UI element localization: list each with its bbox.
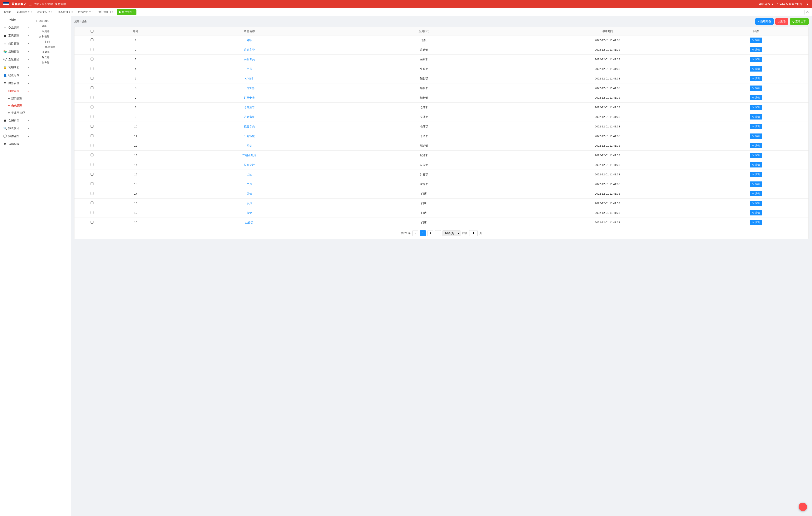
tab-dashboard[interactable]: 控制台 [2,9,14,15]
edit-button[interactable]: ✎ 编辑 [750,143,762,148]
row-role[interactable]: 出纳 [162,170,337,179]
row-checkbox[interactable] [91,163,93,166]
edit-button[interactable]: ✎ 编辑 [750,162,762,168]
sidebar-item-warehouse[interactable]: ◉ 仓储管理 › [0,116,32,124]
row-role[interactable]: 仓储主管 [162,102,337,112]
prev-page-button[interactable]: ‹ [412,230,418,236]
row-role[interactable]: 文员 [162,64,337,74]
edit-button[interactable]: ✎ 编辑 [750,47,762,52]
tab-discount[interactable]: 优惠折扣 ▼ × [56,9,75,15]
goto-page-input[interactable] [469,230,477,236]
hamburger-icon[interactable]: ☰ [29,2,32,6]
row-role[interactable]: 店长 [162,189,337,199]
sidebar-item-category[interactable]: ≡ 类目管理 › [0,40,32,48]
row-role[interactable]: 二批业务 [162,84,337,93]
row-role[interactable]: 收银 [162,208,337,218]
tree-node-sales[interactable]: ◎ 销售部 [38,34,68,39]
tab-dept[interactable]: 部门管理 ▼ × [96,9,116,15]
sidebar-item-report[interactable]: 🔍 报表统计 › [0,124,32,132]
edit-button[interactable]: ✎ 编辑 [750,210,762,215]
row-role[interactable]: 拣货专员 [162,122,337,131]
sidebar-item-monitor[interactable]: 💬 操作监控 › [0,132,32,140]
sidebar-item-org[interactable]: ☰ 组织管理 ∧ [0,87,32,95]
tab-settings-icon[interactable]: ⚙ [805,9,810,15]
sidebar-item-sub-account[interactable]: 子账号管理 [0,109,32,116]
sidebar-item-shop[interactable]: 🏪 店铺管理 › [0,48,32,56]
row-checkbox[interactable] [91,153,93,156]
row-checkbox[interactable] [91,173,93,176]
edit-button[interactable]: ✎ 编辑 [750,105,762,110]
row-checkbox[interactable] [91,77,93,80]
select-all-checkbox[interactable] [91,30,93,33]
row-checkbox[interactable] [91,125,93,128]
tree-node-ecommerce[interactable]: 电商运营 [41,44,68,50]
tab-seckill[interactable]: 秒杀活动 ▼ × [76,9,95,15]
row-checkbox[interactable] [91,38,93,41]
close-icon-3[interactable]: × [71,11,72,13]
page-size-select[interactable]: 20条/页 50条/页 100条/页 [442,230,460,236]
edit-button[interactable]: ✎ 编辑 [750,181,762,187]
row-role[interactable]: 文员 [162,179,337,189]
edit-button[interactable]: ✎ 编辑 [750,57,762,62]
account-info[interactable]: 13444555666:主账号 [777,2,803,6]
close-icon[interactable]: × [31,11,32,13]
edit-button[interactable]: ✎ 编辑 [750,66,762,71]
edit-button[interactable]: ✎ 编辑 [750,191,762,196]
row-role[interactable]: KA销售 [162,74,337,84]
edit-button[interactable]: ✎ 编辑 [750,114,762,120]
sidebar-item-trade[interactable]: ↔ 交易管理 › [0,24,32,32]
edit-button[interactable]: ✎ 编辑 [750,124,762,129]
row-checkbox[interactable] [91,96,93,99]
sidebar-item-community[interactable]: 💬 逛逛社区 › [0,56,32,63]
tree-node-finance[interactable]: 财务部 [38,60,68,65]
row-role[interactable]: 司机 [162,141,337,151]
row-role[interactable]: 采购专员 [162,55,337,64]
tab-publish[interactable]: 发布宝贝 ▼ × [35,9,55,15]
user-info[interactable]: 老板-老板 ▼ [759,2,774,6]
sidebar-item-treasure[interactable]: ◼ 宝贝管理 › [0,32,32,40]
row-checkbox[interactable] [91,182,93,185]
row-checkbox[interactable] [91,221,93,223]
row-role[interactable]: 店员 [162,199,337,208]
row-role[interactable]: 总账会计 [162,160,337,170]
tree-node-delivery[interactable]: 配送部 [38,55,68,60]
row-role[interactable]: 老板 [162,35,337,45]
close-icon-6[interactable]: × [133,11,134,13]
sidebar-item-dept-mgmt[interactable]: 部门管理 [0,95,32,102]
delete-button[interactable]: □ 删除 [775,18,788,25]
row-role[interactable]: 进仓审核 [162,112,337,122]
edit-button[interactable]: ✎ 编辑 [750,86,762,91]
tree-node-purchase[interactable]: 采购部 [38,29,68,34]
row-checkbox[interactable] [91,58,93,60]
row-checkbox[interactable] [91,115,93,118]
row-checkbox[interactable] [91,144,93,147]
close-icon-5[interactable]: × [112,11,114,13]
tree-node-store[interactable]: 门店 [41,39,68,44]
sidebar-item-role-mgmt[interactable]: 角色管理 [0,102,32,109]
tree-node-boss[interactable]: 老板 [38,24,68,29]
row-checkbox[interactable] [91,86,93,89]
row-checkbox[interactable] [91,48,93,51]
row-checkbox[interactable] [91,105,93,109]
collapse-label[interactable]: 折叠 [82,20,87,23]
tree-node-warehouse[interactable]: 仓储部 [38,50,68,55]
edit-button[interactable]: ✎ 编辑 [750,37,762,43]
row-role[interactable]: 采购主管 [162,45,337,55]
edit-button[interactable]: ✎ 编辑 [750,172,762,177]
row-role[interactable]: 订单专员 [162,93,337,102]
row-role[interactable]: 业务员 [162,218,337,227]
row-checkbox[interactable] [91,211,93,214]
edit-button[interactable]: ✎ 编辑 [750,220,762,225]
add-role-button[interactable]: + 新增角色 [755,18,774,25]
sidebar-item-config[interactable]: ⚙ 店铺配置 [0,140,32,148]
row-checkbox[interactable] [91,67,93,70]
tree-node-root[interactable]: ◎ 公司总部 [35,18,68,24]
row-checkbox[interactable] [91,134,93,137]
float-chat-button[interactable]: ··· [799,503,807,511]
next-page-button[interactable]: › [435,230,441,236]
expand-label[interactable]: 展开 [74,20,79,23]
edit-button[interactable]: ✎ 编辑 [750,76,762,81]
page-1-button[interactable]: 1 [420,230,426,236]
sidebar-item-finance[interactable]: ¥ 财务管理 › [0,79,32,87]
page-2-button[interactable]: 2 [428,230,433,236]
